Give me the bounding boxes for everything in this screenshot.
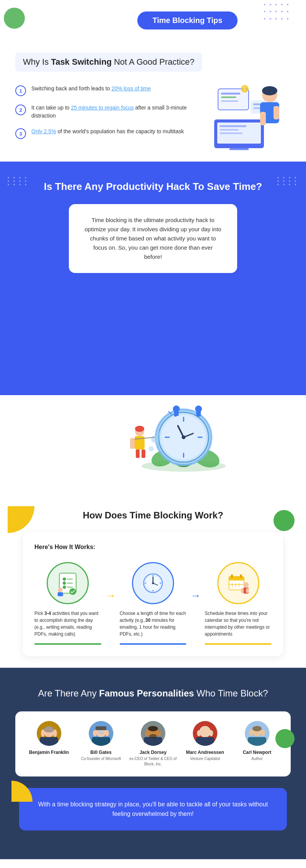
svg-point-56 bbox=[63, 582, 66, 585]
famous-suffix: Who Time Block? bbox=[194, 688, 268, 698]
how-heading-suffix: Work? bbox=[192, 510, 223, 520]
franklin-name: Benjamin Franklin bbox=[23, 750, 75, 755]
svg-rect-49 bbox=[130, 438, 135, 449]
famous-green-circle bbox=[275, 729, 295, 748]
svg-point-31 bbox=[173, 405, 180, 412]
step-2-desc: Choose a length of time for each activit… bbox=[120, 610, 187, 638]
svg-rect-83 bbox=[246, 588, 249, 593]
avatar-andreessen bbox=[193, 721, 218, 746]
svg-rect-51 bbox=[136, 450, 140, 458]
personality-andreessen: Marc Andreessen Venture Capitalist bbox=[179, 721, 231, 762]
svg-point-112 bbox=[252, 726, 262, 731]
title-suffix: Not A Good Practice? bbox=[112, 57, 194, 67]
fact-num-3: 3 bbox=[15, 128, 26, 139]
svg-point-94 bbox=[93, 730, 97, 736]
task-switching-title: Why Is Task Switching Not A Good Practic… bbox=[15, 52, 202, 72]
famous-prefix: Are There Any bbox=[38, 688, 99, 698]
svg-point-102 bbox=[157, 730, 161, 736]
andreessen-title: Venture Capitalist bbox=[179, 756, 231, 762]
svg-rect-86 bbox=[40, 737, 58, 746]
step-2: Choose a length of time for each activit… bbox=[120, 562, 187, 645]
personality-franklin: Benjamin Franklin bbox=[23, 721, 75, 756]
step-3-desc: Schedule these times into your calendar … bbox=[205, 610, 272, 638]
dorsey-title: ex-CEO of Twitter & CEO of Block, Inc. bbox=[127, 756, 179, 767]
fact-link-2[interactable]: 25 minutes to regain focus bbox=[71, 105, 134, 111]
how-heading: How Does Time Blocking Work? bbox=[15, 510, 291, 521]
svg-rect-15 bbox=[273, 106, 279, 119]
fact-item-1: 1 Switching back and forth leads to 20% … bbox=[15, 85, 199, 96]
svg-point-89 bbox=[53, 729, 57, 737]
arrow-2: → bbox=[190, 590, 201, 602]
closing-text: With a time blocking strategy in place, … bbox=[34, 799, 272, 819]
dots-right bbox=[277, 177, 298, 185]
step-3: Schedule these times into your calendar … bbox=[205, 562, 272, 645]
fact-item-2: 2 It can take up to 25 minutes to regain… bbox=[15, 104, 199, 120]
svg-rect-18 bbox=[221, 96, 236, 98]
step-3-line bbox=[205, 643, 272, 645]
svg-rect-79 bbox=[240, 574, 242, 578]
newport-name: Carl Newport bbox=[231, 750, 283, 755]
closing-card: With a time blocking strategy in place, … bbox=[19, 788, 287, 830]
svg-rect-14 bbox=[260, 112, 266, 125]
task-illustration: ! bbox=[207, 81, 291, 150]
svg-point-47 bbox=[135, 426, 144, 432]
svg-point-101 bbox=[145, 730, 149, 736]
step-2-icon bbox=[140, 570, 166, 597]
title-bold: Task Switching bbox=[51, 57, 112, 67]
svg-point-44 bbox=[148, 446, 154, 451]
famous-heading: Are There Any Famous Personalities Who T… bbox=[15, 687, 291, 700]
svg-point-80 bbox=[243, 582, 249, 587]
arrow-1: → bbox=[105, 590, 116, 602]
task-illustration-svg: ! bbox=[210, 81, 287, 150]
fact-text-1: Switching back and forth leads to 20% lo… bbox=[31, 85, 151, 93]
svg-point-87 bbox=[44, 726, 54, 732]
fact-text-2: It can take up to 25 minutes to regain f… bbox=[31, 104, 199, 120]
facts-container: 1 Switching back and forth leads to 20% … bbox=[15, 81, 291, 150]
dorsey-name: Jack Dorsey bbox=[127, 750, 179, 755]
svg-rect-111 bbox=[248, 737, 266, 746]
how-heading-prefix: How Does bbox=[83, 510, 130, 520]
avatar-dorsey bbox=[141, 721, 166, 746]
fact-num-2: 2 bbox=[15, 105, 26, 115]
productivity-text: Time blocking is the ultimate productivi… bbox=[84, 216, 222, 262]
step-3-circle bbox=[217, 562, 259, 604]
svg-point-67 bbox=[152, 582, 154, 584]
svg-rect-19 bbox=[221, 100, 238, 102]
gates-name: Bill Gates bbox=[75, 750, 127, 755]
step-1: Pick 3-4 activities that you want to acc… bbox=[34, 562, 101, 645]
step-2-line bbox=[120, 643, 187, 645]
svg-point-113 bbox=[249, 730, 253, 736]
svg-point-58 bbox=[63, 585, 66, 589]
svg-rect-52 bbox=[142, 450, 145, 458]
step-2-circle bbox=[132, 562, 174, 604]
task-switching-section: Why Is Task Switching Not A Good Practic… bbox=[0, 45, 306, 162]
svg-point-100 bbox=[148, 726, 158, 731]
svg-rect-106 bbox=[196, 737, 214, 746]
svg-rect-2 bbox=[230, 148, 249, 150]
svg-rect-6 bbox=[220, 132, 243, 134]
andreessen-name: Marc Andreessen bbox=[179, 750, 231, 755]
svg-rect-17 bbox=[221, 93, 240, 95]
svg-point-40 bbox=[182, 435, 186, 439]
fact-text-3: Only 2.5% of the world's population has … bbox=[31, 128, 184, 136]
step-3-icon bbox=[225, 570, 252, 597]
svg-point-107 bbox=[197, 730, 201, 736]
step-1-circle bbox=[47, 562, 89, 604]
fact-link-1[interactable]: 20% loss of time bbox=[111, 85, 151, 92]
facts-list: 1 Switching back and forth leads to 20% … bbox=[15, 85, 207, 147]
svg-point-45 bbox=[156, 431, 161, 436]
gates-title: Co-founder of Microsoft bbox=[75, 756, 127, 762]
fact-link-3[interactable]: Only 2.5% bbox=[31, 128, 56, 134]
svg-point-43 bbox=[151, 435, 159, 443]
page-title: Time Blocking Tips bbox=[137, 11, 238, 29]
dots-left bbox=[8, 177, 29, 185]
productivity-card: Time blocking is the ultimate productivi… bbox=[69, 204, 237, 273]
svg-rect-82 bbox=[241, 588, 244, 593]
green-circle-decoration bbox=[4, 8, 25, 29]
title-prefix: Why Is bbox=[23, 57, 51, 67]
dots-decoration bbox=[264, 4, 295, 23]
svg-rect-96 bbox=[98, 731, 104, 734]
how-card-title: Here's How It Works: bbox=[34, 544, 272, 551]
svg-point-105 bbox=[199, 726, 211, 737]
newport-title: Author bbox=[231, 756, 283, 762]
